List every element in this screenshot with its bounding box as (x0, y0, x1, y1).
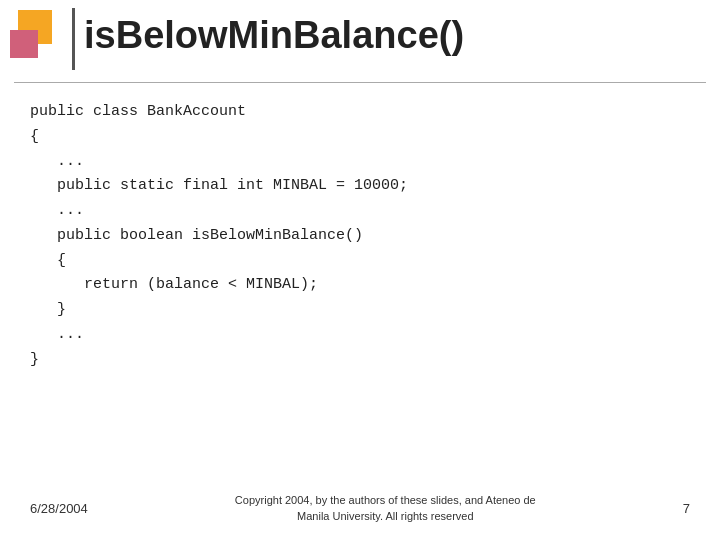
code-line-8: return (balance < MINBAL); (30, 273, 690, 298)
code-line-5: ... (30, 199, 690, 224)
code-line-9: } (30, 298, 690, 323)
title-divider (72, 8, 75, 70)
code-block: public class BankAccount { ... public st… (30, 100, 690, 372)
code-line-10: ... (30, 323, 690, 348)
footer-copyright-line1: Copyright 2004, by the authors of these … (235, 494, 536, 506)
slide-title: isBelowMinBalance() (84, 14, 464, 57)
footer-copyright-line2: Manila University. All rights reserved (297, 510, 473, 522)
code-line-1: public class BankAccount (30, 100, 690, 125)
title-rule (14, 82, 706, 83)
footer-copyright: Copyright 2004, by the authors of these … (235, 493, 536, 524)
decorative-squares (10, 10, 70, 70)
code-line-4: public static final int MINBAL = 10000; (30, 174, 690, 199)
footer-page-number: 7 (683, 501, 690, 516)
footer: 6/28/2004 Copyright 2004, by the authors… (30, 493, 690, 524)
code-line-2: { (30, 125, 690, 150)
code-line-6: public boolean isBelowMinBalance() (30, 224, 690, 249)
code-line-3: ... (30, 150, 690, 175)
code-line-11: } (30, 348, 690, 373)
code-line-7: { (30, 249, 690, 274)
pink-square (10, 30, 38, 58)
footer-date: 6/28/2004 (30, 501, 88, 516)
